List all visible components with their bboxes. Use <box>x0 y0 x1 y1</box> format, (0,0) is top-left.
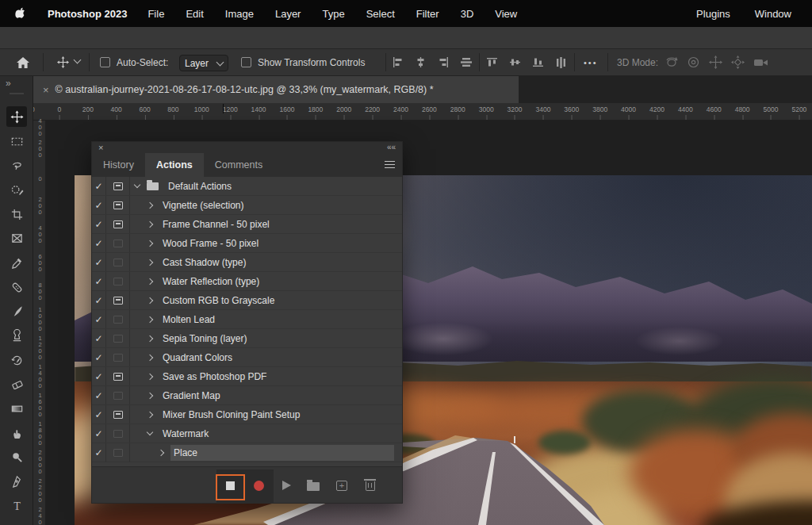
new-action-button[interactable]: + <box>336 481 347 491</box>
expand-chevron-icon[interactable] <box>147 335 153 341</box>
menu-item[interactable]: Select <box>366 8 395 20</box>
action-row[interactable]: ✓ Frame Channel - 50 pixel <box>92 215 402 234</box>
new-set-button[interactable] <box>307 482 320 491</box>
dodge-tool[interactable] <box>6 446 27 467</box>
menu-item[interactable]: File <box>147 8 164 20</box>
pen-tool[interactable] <box>6 471 27 492</box>
dialog-toggle-icon[interactable] <box>113 430 123 438</box>
dialog-toggle-icon[interactable] <box>113 373 123 381</box>
move-tool[interactable] <box>6 106 27 127</box>
3d-slide-icon[interactable] <box>731 49 745 75</box>
include-check-icon[interactable]: ✓ <box>94 181 102 192</box>
expand-chevron-icon[interactable] <box>147 354 153 360</box>
align-vertical-centers-icon[interactable] <box>509 49 521 75</box>
3d-pan-icon[interactable] <box>709 49 722 75</box>
close-document-icon[interactable]: × <box>43 84 49 96</box>
expand-chevron-icon[interactable] <box>134 182 140 188</box>
action-row[interactable]: ✓ Cast Shadow (type) <box>92 253 402 272</box>
menu-item[interactable]: Plugins <box>696 8 730 20</box>
menu-item[interactable]: Type <box>322 8 344 20</box>
home-icon[interactable] <box>16 49 30 75</box>
dialog-toggle-icon[interactable] <box>113 220 123 228</box>
panel-menu-icon[interactable] <box>385 161 395 168</box>
panel-tab[interactable]: Comments <box>204 153 274 177</box>
dialog-toggle-icon[interactable] <box>113 278 123 285</box>
include-check-icon[interactable]: ✓ <box>94 390 102 401</box>
action-row[interactable]: ✓ Default Actions <box>92 177 402 196</box>
menu-item[interactable]: Layer <box>275 8 301 20</box>
expand-chevron-icon[interactable] <box>147 429 153 435</box>
play-button[interactable] <box>282 481 291 490</box>
include-check-icon[interactable]: ✓ <box>94 352 102 363</box>
smudge-tool[interactable] <box>6 423 27 443</box>
align-horizontal-centers-icon[interactable] <box>415 49 427 75</box>
auto-select-target-dropdown[interactable]: Layer <box>179 55 228 71</box>
type-tool[interactable]: T <box>6 496 27 516</box>
include-check-icon[interactable]: ✓ <box>94 333 102 344</box>
move-tool-icon[interactable] <box>57 49 69 75</box>
expand-chevron-icon[interactable] <box>147 220 153 227</box>
panel-tab[interactable]: Actions <box>145 153 204 177</box>
include-check-icon[interactable]: ✓ <box>94 219 102 230</box>
menu-item[interactable]: Edit <box>186 8 203 20</box>
dialog-toggle-icon[interactable] <box>113 240 123 247</box>
history-brush-tool[interactable] <box>6 350 27 370</box>
panel-tab[interactable]: History <box>92 153 145 177</box>
expand-chevron-icon[interactable] <box>158 449 164 455</box>
align-bottom-edges-icon[interactable] <box>532 49 544 75</box>
record-button[interactable] <box>254 481 264 491</box>
clone-stamp-tool[interactable] <box>6 325 27 346</box>
expand-chevron-icon[interactable] <box>147 392 153 398</box>
marquee-tool[interactable] <box>6 131 27 151</box>
action-row[interactable]: ✓ Vignette (selection) <box>92 196 402 215</box>
dialog-toggle-icon[interactable] <box>113 335 123 343</box>
frame-tool[interactable] <box>6 228 27 248</box>
auto-select-checkbox[interactable] <box>100 57 110 67</box>
3d-roll-icon[interactable] <box>687 49 700 75</box>
action-row[interactable]: ✓ Wood Frame - 50 pixel <box>92 234 402 253</box>
expand-chevron-icon[interactable] <box>147 201 153 208</box>
expand-chevron-icon[interactable] <box>147 297 153 303</box>
healing-brush-tool[interactable] <box>6 277 27 297</box>
dialog-toggle-icon[interactable] <box>113 297 123 305</box>
expand-chevron-icon[interactable] <box>147 240 153 246</box>
dialog-toggle-icon[interactable] <box>113 392 123 400</box>
dialog-toggle-icon[interactable] <box>113 354 123 362</box>
action-row[interactable]: ✓ Mixer Brush Cloning Paint Setup <box>92 405 402 424</box>
include-check-icon[interactable]: ✓ <box>94 238 102 249</box>
expand-chevron-icon[interactable] <box>147 373 153 379</box>
action-row[interactable]: ✓ Gradient Map <box>92 386 402 405</box>
action-row[interactable]: ✓ Watermark <box>92 424 402 443</box>
expand-chevron-icon[interactable] <box>147 411 153 417</box>
include-check-icon[interactable]: ✓ <box>94 428 102 439</box>
dialog-toggle-icon[interactable] <box>113 411 123 419</box>
align-right-edges-icon[interactable] <box>438 49 450 75</box>
action-row[interactable]: ✓ Sepia Toning (layer) <box>92 329 402 348</box>
apple-logo-icon[interactable] <box>15 7 27 21</box>
menu-item[interactable]: Image <box>225 8 254 20</box>
action-row[interactable]: ✓ Custom RGB to Grayscale <box>92 291 402 310</box>
menu-item[interactable]: 3D <box>461 8 474 20</box>
object-selection-tool[interactable] <box>6 179 27 200</box>
toolbar-drag-handle[interactable] <box>10 93 24 94</box>
action-row[interactable]: ✓ Water Reflection (type) <box>92 272 402 291</box>
menu-app-name[interactable]: Photoshop 2023 <box>48 8 127 20</box>
gradient-tool[interactable] <box>6 398 27 419</box>
menu-item[interactable]: Window <box>755 8 791 20</box>
dialog-toggle-icon[interactable] <box>113 316 123 324</box>
3d-dolly-camera-icon[interactable] <box>753 49 769 75</box>
action-row[interactable]: ✓ Save as Photoshop PDF <box>92 367 402 386</box>
distribute-horizontal-icon[interactable] <box>460 49 473 75</box>
align-top-edges-icon[interactable] <box>486 49 498 75</box>
include-check-icon[interactable]: ✓ <box>94 314 102 325</box>
dialog-toggle-icon[interactable] <box>113 182 123 190</box>
include-check-icon[interactable]: ✓ <box>94 409 102 420</box>
expand-chevron-icon[interactable] <box>147 278 153 284</box>
tool-preset-chevron-icon[interactable] <box>74 56 82 64</box>
panel-close-icon[interactable]: × <box>98 142 103 153</box>
include-check-icon[interactable]: ✓ <box>94 276 102 287</box>
3d-orbit-icon[interactable] <box>665 49 680 75</box>
document-tab[interactable]: × © australian-journey-2021-08-26-17-08-… <box>33 76 519 103</box>
expand-chevron-icon[interactable] <box>147 316 153 322</box>
menu-item[interactable]: Filter <box>416 8 439 20</box>
